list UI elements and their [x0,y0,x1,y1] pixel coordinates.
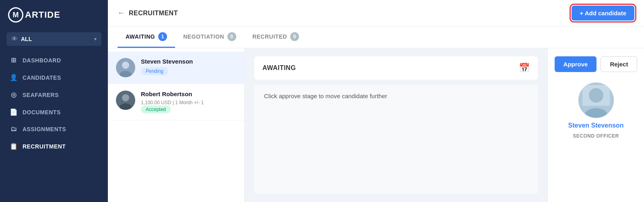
tab-awaiting-badge: 1 [158,32,167,41]
profile-name: Steven Stevenson [568,122,624,129]
content-area: Steven Stevenson Pending Robert Robertso… [108,48,644,202]
candidate-name-robert: Robert Robertson [141,91,236,97]
sidebar: M ARTIDE 👁 ALL ▾ ⊞ DASHBOARD 👤 CANDIDATE… [0,0,108,202]
candidate-item-robert[interactable]: Robert Robertson 1,100.00 USD | 1 Month … [108,84,244,120]
page-title: RECRUITMENT [129,10,178,17]
candidate-meta-robert: 1,100.00 USD | 1 Month +/- 1 [141,100,236,105]
chevron-down-icon: ▾ [94,36,97,42]
svg-point-1 [122,62,129,69]
candidate-name-steven: Steven Stevenson [141,58,236,65]
svg-point-8 [589,88,603,103]
header-left: ← RECRUITMENT [118,9,178,17]
tab-awaiting-label: AWAITING [126,33,155,40]
candidate-list: Steven Stevenson Pending Robert Robertso… [108,48,245,202]
calendar-icon: 📅 [519,63,530,73]
tab-negotiation-label: NEGOTIATION [183,33,224,40]
approve-hint: Click approve stage to move candidate fu… [254,85,538,194]
filter-selector[interactable]: 👁 ALL ▾ [6,32,101,46]
action-buttons: Approve Reject [554,56,638,72]
sidebar-item-documents[interactable]: 📄 DOCUMENTS [0,103,108,121]
svg-point-4 [122,94,129,101]
sidebar-item-label: ASSIGNMENTS [23,126,66,132]
sidebar-item-label: CANDIDATES [23,74,61,81]
header: ← RECRUITMENT + Add candidate [108,0,644,27]
add-candidate-button[interactable]: + Add candidate [572,6,634,21]
dashboard-icon: ⊞ [10,56,18,64]
tab-negotiation-badge: 0 [227,32,236,41]
detail-panel: AWAITING 📅 Click approve stage to move c… [245,48,547,202]
approve-button[interactable]: Approve [555,56,597,72]
tab-recruited-badge: 0 [290,32,299,41]
candidate-item-steven[interactable]: Steven Stevenson Pending [108,52,244,84]
tab-awaiting[interactable]: AWAITING 1 [118,27,175,48]
tab-recruited-label: RECRUITED [252,33,287,40]
avatar-steven [116,58,135,77]
tab-negotiation[interactable]: NEGOTIATION 0 [175,27,244,48]
profile-role: SECOND OFFICER [573,133,619,139]
awaiting-bar: AWAITING 📅 [254,56,538,80]
main-content: ← RECRUITMENT + Add candidate AWAITING 1… [108,0,644,202]
avatar-robert [116,91,135,110]
candidate-info-steven: Steven Stevenson Pending [141,58,236,75]
sidebar-item-assignments[interactable]: 🗂 ASSIGNMENTS [0,121,108,138]
logo-text: ARTIDE [25,10,60,20]
sidebar-item-candidates[interactable]: 👤 CANDIDATES [0,69,108,86]
eye-icon: 👁 [11,35,18,43]
seafarers-icon: ◎ [10,91,18,99]
tabs-bar: AWAITING 1 NEGOTIATION 0 RECRUITED 0 [108,27,644,48]
sidebar-item-label: DOCUMENTS [23,109,61,115]
sidebar-item-dashboard[interactable]: ⊞ DASHBOARD [0,52,108,69]
sidebar-item-recruitment[interactable]: 📋 RECRUITMENT [0,138,108,155]
sidebar-item-label: DASHBOARD [23,57,61,64]
assignments-icon: 🗂 [10,126,18,133]
documents-icon: 📄 [10,108,18,116]
sidebar-item-seafarers[interactable]: ◎ SEAFARERS [0,86,108,103]
candidate-info-robert: Robert Robertson 1,100.00 USD | 1 Month … [141,91,236,113]
sidebar-nav: ⊞ DASHBOARD 👤 CANDIDATES ◎ SEAFARERS 📄 D… [0,50,108,157]
profile-avatar [578,82,614,118]
logo: M ARTIDE [0,0,108,30]
filter-label: ALL [21,36,91,42]
recruitment-icon: 📋 [10,142,18,150]
tab-recruited[interactable]: RECRUITED 0 [244,27,307,48]
candidate-status-robert: Accepted [141,105,171,113]
awaiting-label: AWAITING [262,64,296,72]
back-button[interactable]: ← [118,9,125,17]
sidebar-item-label: SEAFARERS [23,92,59,98]
candidate-status-steven: Pending [141,67,168,75]
candidates-icon: 👤 [10,74,18,81]
right-panel: Approve Reject Steven Stevenson SECOND O… [547,48,644,202]
logo-icon: M [8,7,23,23]
sidebar-item-label: RECRUITMENT [23,143,66,150]
reject-button[interactable]: Reject [601,56,637,72]
